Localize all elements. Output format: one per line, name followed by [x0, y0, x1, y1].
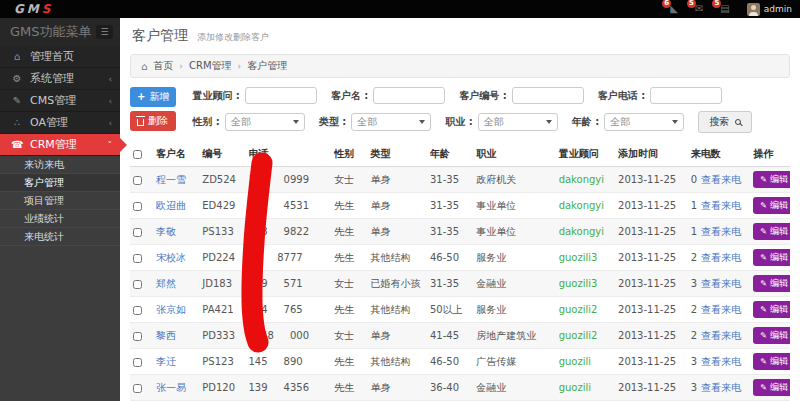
- main-content: 客户管理 添加修改删除客户 ⌂ 首页 › CRM管理 › 客户管理 + 新增 删…: [120, 18, 800, 401]
- customer-type: 其他结构: [371, 356, 411, 367]
- sidebar-subitem-call-stats[interactable]: 来电统计: [0, 228, 120, 246]
- customer-code-filter-input[interactable]: [512, 87, 584, 104]
- row-checkbox[interactable]: [133, 332, 142, 341]
- add-button-label: 新增: [149, 90, 169, 104]
- table-row: 欧迢曲 ED429 1384531 先生 单身 31-35 事业单位 dakon…: [130, 193, 790, 219]
- delete-button-label: 删除: [148, 114, 168, 128]
- job-filter-label: 职业 :: [445, 115, 472, 129]
- customer-type: 单身: [371, 382, 391, 393]
- row-checkbox[interactable]: [133, 228, 142, 237]
- edit-button[interactable]: ✎ 编辑: [753, 301, 790, 318]
- customer-code-filter-label: 客户编号 :: [459, 89, 506, 103]
- customer-name-link[interactable]: 黎西: [156, 330, 176, 341]
- select-all-checkbox[interactable]: [133, 150, 142, 159]
- edit-button[interactable]: ✎ 编辑: [753, 171, 790, 188]
- row-checkbox[interactable]: [133, 176, 142, 185]
- edit-button-label: 编辑: [770, 277, 788, 290]
- edit-button[interactable]: ✎ 编辑: [753, 223, 790, 240]
- view-calls-link[interactable]: 查看来电: [701, 304, 741, 315]
- edit-button[interactable]: ✎ 编辑: [753, 327, 790, 344]
- col-header-phone: 电话: [245, 142, 331, 167]
- view-calls-link[interactable]: 查看来电: [701, 278, 741, 289]
- customer-name-link[interactable]: 李敬: [156, 226, 176, 237]
- sidebar-item-oa[interactable]: ∴ OA管理 ‹: [0, 112, 120, 134]
- consultant-filter-input[interactable]: [245, 87, 317, 104]
- job-filter-select[interactable]: 全部: [478, 113, 558, 131]
- sidebar-subitem-projects[interactable]: 项目管理: [0, 192, 120, 210]
- gender-filter-select[interactable]: 全部: [225, 113, 305, 131]
- search-button[interactable]: 搜索: [698, 111, 752, 133]
- sidebar-subitem-performance[interactable]: 业绩统计: [0, 210, 120, 228]
- view-calls-link[interactable]: 查看来电: [701, 200, 741, 211]
- phone-suffix: 000: [290, 330, 309, 341]
- customer-age: 31-35: [430, 174, 459, 185]
- customer-type: 已婚有小孩: [371, 278, 421, 289]
- customer-name-link[interactable]: 张京如: [156, 304, 186, 315]
- customer-gender: 女士: [334, 330, 354, 341]
- chart-icon[interactable]: ◣ 6: [670, 4, 678, 14]
- breadcrumb-current: 客户管理: [247, 59, 287, 73]
- table-row: 张京如 PA421 134765 先生 其他结构 50以上 服务业 guozil…: [130, 297, 790, 323]
- customer-type: 单身: [371, 200, 391, 211]
- customer-name-filter-input[interactable]: [373, 87, 445, 104]
- phone-prefix: 138: [248, 226, 267, 237]
- edit-button[interactable]: ✎ 编辑: [753, 249, 790, 266]
- view-calls-link[interactable]: 查看来电: [701, 330, 741, 341]
- customer-code: ED429: [202, 200, 235, 211]
- customer-name-link[interactable]: 李迁: [156, 356, 176, 367]
- sidebar-item-home[interactable]: ⌂ 管理首页: [0, 46, 120, 68]
- sidebar-item-label: 系统管理: [30, 71, 74, 86]
- view-calls-link[interactable]: 查看来电: [701, 252, 741, 263]
- view-calls-link[interactable]: 查看来电: [701, 356, 741, 367]
- customer-gender: 先生: [334, 200, 354, 211]
- row-checkbox[interactable]: [133, 254, 142, 263]
- sidebar-item-crm[interactable]: ☎ CRM管理 ˅: [0, 134, 120, 156]
- customer-name-link[interactable]: 张一易: [156, 382, 186, 393]
- added-date: 2013-11-25: [618, 226, 676, 237]
- added-date: 2013-11-25: [618, 356, 676, 367]
- row-checkbox[interactable]: [133, 280, 142, 289]
- user-menu[interactable]: admin: [747, 3, 792, 16]
- add-button[interactable]: + 新增: [130, 87, 176, 107]
- row-checkbox[interactable]: [133, 384, 142, 393]
- sidebar-subitem-visits[interactable]: 来访来电: [0, 156, 120, 174]
- edit-button[interactable]: ✎ 编辑: [753, 275, 790, 292]
- sitemap-icon: ∴: [11, 117, 23, 128]
- customer-type: 其他结构: [371, 304, 411, 315]
- phone-prefix: 134: [248, 304, 267, 315]
- edit-button[interactable]: ✎ 编辑: [753, 197, 790, 214]
- phone-prefix: 17: [248, 252, 261, 263]
- sidebar-item-system[interactable]: ⚙ 系统管理 ‹: [0, 68, 120, 90]
- customer-code: PD224: [202, 252, 235, 263]
- delete-button[interactable]: 删除: [130, 111, 176, 131]
- row-checkbox[interactable]: [133, 358, 142, 367]
- sidebar-subitem-customers[interactable]: 客户管理: [0, 174, 120, 192]
- page-subtitle: 添加修改删除客户: [197, 31, 269, 44]
- breadcrumb: ⌂ 首页 › CRM管理 › 客户管理: [130, 54, 790, 78]
- edit-button[interactable]: ✎ 编辑: [753, 379, 790, 396]
- age-filter-select[interactable]: 全部: [604, 113, 684, 131]
- mail-icon[interactable]: ✉ 5: [695, 4, 703, 14]
- pencil-icon: ✎: [760, 202, 767, 210]
- customer-job: 事业单位: [476, 226, 516, 237]
- breadcrumb-crm[interactable]: CRM管理: [189, 59, 232, 73]
- row-checkbox[interactable]: [133, 306, 142, 315]
- sidebar-item-cms[interactable]: ✎ CMS管理 ‹: [0, 90, 120, 112]
- home-icon: ⌂: [141, 61, 147, 72]
- tasks-icon[interactable]: ▤ 5: [720, 4, 729, 14]
- customer-phone-filter-input[interactable]: [650, 87, 722, 104]
- view-calls-link[interactable]: 查看来电: [701, 226, 741, 237]
- customer-name-link[interactable]: 程一雪: [156, 174, 186, 185]
- customer-name-link[interactable]: 宋校冰: [156, 252, 186, 263]
- edit-button[interactable]: ✎ 编辑: [753, 353, 790, 370]
- gear-icon: ⚙: [11, 73, 23, 84]
- view-calls-link[interactable]: 查看来电: [701, 174, 741, 185]
- customer-name-link[interactable]: 郑然: [156, 278, 176, 289]
- breadcrumb-home[interactable]: 首页: [153, 59, 173, 73]
- table-row: 程一雪 ZD524 1380999 女士 单身 31-35 政府机关 dakon…: [130, 167, 790, 193]
- hamburger-icon[interactable]: ☰: [96, 25, 113, 39]
- customer-name-link[interactable]: 欧迢曲: [156, 200, 186, 211]
- row-checkbox[interactable]: [133, 202, 142, 211]
- view-calls-link[interactable]: 查看来电: [701, 382, 741, 393]
- type-filter-select[interactable]: 全部: [351, 113, 431, 131]
